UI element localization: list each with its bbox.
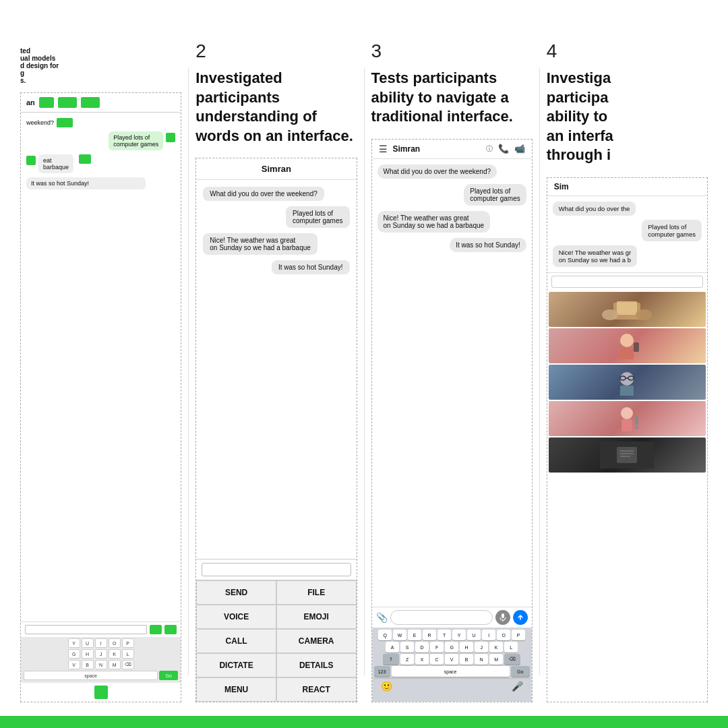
key-k[interactable]: K: [489, 642, 503, 653]
col1-green-btn-1[interactable]: [57, 118, 73, 127]
col1-key-row-1: Y U I O P: [24, 638, 178, 648]
col2-phone-header: Simran: [196, 158, 356, 180]
key-c[interactable]: C: [430, 654, 444, 665]
col1-key-space[interactable]: space: [24, 671, 158, 680]
key-go[interactable]: Go: [511, 666, 530, 677]
key-n[interactable]: N: [475, 654, 488, 665]
col1-key-backspace[interactable]: ⌫: [122, 660, 134, 669]
key-u[interactable]: U: [467, 630, 481, 640]
key-h[interactable]: H: [460, 642, 473, 653]
col1-key-i[interactable]: I: [95, 638, 107, 648]
col1-msg-row-1: weekend?: [26, 118, 175, 127]
col1-key-u[interactable]: U: [82, 638, 94, 648]
col2-msg-3: Nice! The weather was greaton Sunday so …: [203, 233, 317, 255]
col4-text-input[interactable]: [551, 276, 703, 288]
col3-send-button[interactable]: [513, 610, 528, 625]
col1-key-k[interactable]: K: [109, 649, 121, 659]
key-w[interactable]: W: [393, 630, 406, 640]
key-s[interactable]: S: [400, 642, 414, 653]
attach-icon[interactable]: 📎: [376, 612, 388, 623]
col1-input-green-2[interactable]: [164, 625, 177, 634]
key-backspace[interactable]: ⌫: [504, 654, 520, 665]
key-i[interactable]: I: [482, 630, 495, 640]
phone-icon[interactable]: 📞: [498, 144, 509, 154]
col3-input-toolbar: 📎: [372, 607, 532, 628]
hamburger-icon[interactable]: ☰: [379, 144, 388, 154]
key-y[interactable]: Y: [452, 630, 466, 640]
key-m[interactable]: M: [489, 654, 503, 665]
key-space[interactable]: space: [392, 666, 510, 677]
key-d[interactable]: D: [415, 642, 429, 653]
key-v[interactable]: V: [445, 654, 458, 665]
svg-point-4: [602, 309, 618, 320]
col1-description: tedual modelsd design forgs.: [20, 47, 181, 84]
voice-button[interactable]: VOICE: [196, 605, 276, 629]
col3-key-row-3: ⇧ Z X C V B N M ⌫: [374, 654, 530, 665]
col2-description: Investigated participants understanding …: [195, 69, 357, 146]
col4-image-5[interactable]: [549, 437, 706, 473]
col1-key-o[interactable]: O: [109, 638, 121, 648]
col3-key-row-2: A S D F G H J K L: [374, 642, 530, 653]
col1-green-btn-2[interactable]: [79, 154, 91, 164]
key-f[interactable]: F: [430, 642, 444, 653]
send-button[interactable]: SEND: [196, 580, 276, 605]
emoji-button[interactable]: EMOJI: [276, 605, 357, 629]
col1-key-l[interactable]: L: [122, 649, 134, 659]
col4-image-3[interactable]: [549, 365, 706, 400]
col1-key-v[interactable]: V: [68, 660, 80, 669]
key-x[interactable]: X: [415, 654, 429, 665]
col1-key-y[interactable]: Y: [68, 638, 80, 648]
svg-point-9: [620, 372, 634, 386]
dictate-button[interactable]: DICTATE: [196, 653, 276, 677]
col4-image-1[interactable]: [549, 292, 706, 327]
col1-input-green-1[interactable]: [150, 625, 162, 634]
col1-key-m[interactable]: M: [109, 660, 121, 669]
col1-key-go[interactable]: Go: [159, 671, 178, 680]
emoji-icon[interactable]: 🙂: [381, 681, 392, 692]
key-r[interactable]: R: [423, 630, 436, 640]
key-b[interactable]: B: [460, 654, 473, 665]
col3-phone-header: ☰ Simran ⓘ 📞 📹: [372, 140, 532, 159]
col4-image-4[interactable]: [549, 401, 706, 436]
col1-key-j[interactable]: J: [95, 649, 107, 659]
key-o[interactable]: O: [497, 630, 510, 640]
mic-icon[interactable]: 🎤: [512, 681, 523, 692]
details-button[interactable]: DETAILS: [276, 653, 357, 677]
key-a[interactable]: A: [386, 642, 399, 653]
key-123[interactable]: 123: [374, 666, 390, 677]
col2-text-input[interactable]: [202, 563, 351, 576]
col2-input-area: [196, 559, 356, 580]
col3-key-row-4: 123 space Go: [374, 666, 530, 677]
col1-key-g[interactable]: G: [68, 649, 80, 659]
info-icon[interactable]: ⓘ: [486, 144, 493, 154]
col1-key-b[interactable]: B: [82, 660, 94, 669]
key-q[interactable]: Q: [378, 630, 392, 640]
key-p[interactable]: P: [512, 630, 525, 640]
video-icon[interactable]: 📹: [514, 144, 525, 154]
home-indicator: [438, 696, 465, 698]
key-t[interactable]: T: [437, 630, 451, 640]
file-button[interactable]: FILE: [276, 580, 357, 605]
menu-button[interactable]: MENU: [196, 677, 276, 702]
key-shift[interactable]: ⇧: [383, 654, 399, 665]
key-l[interactable]: L: [504, 642, 518, 653]
col1-key-p[interactable]: P: [122, 638, 134, 648]
col2-phone: Simran What did you do over the weekend?…: [195, 158, 357, 702]
col3-voice-button[interactable]: [495, 610, 510, 625]
key-z[interactable]: Z: [400, 654, 414, 665]
col4-description: Investigaparticipaability toan interfath…: [547, 69, 708, 165]
col1-msg-row-4: It was so hot Sunday!: [26, 177, 175, 189]
col4-image-2[interactable]: [549, 328, 706, 363]
col1-key-h[interactable]: H: [82, 649, 94, 659]
key-j[interactable]: J: [475, 642, 488, 653]
key-g[interactable]: G: [445, 642, 458, 653]
col1-key-n[interactable]: N: [95, 660, 107, 669]
svg-rect-16: [635, 416, 638, 424]
key-e[interactable]: E: [408, 630, 421, 640]
camera-button[interactable]: CAMERA: [276, 629, 357, 653]
col3-text-input[interactable]: [390, 610, 493, 625]
col4-msg-3: Nice! The weather was gron Sunday so we …: [553, 245, 638, 267]
call-button[interactable]: CALL: [196, 629, 276, 653]
col1-text-input[interactable]: [25, 625, 147, 634]
react-button[interactable]: REACT: [276, 677, 357, 702]
